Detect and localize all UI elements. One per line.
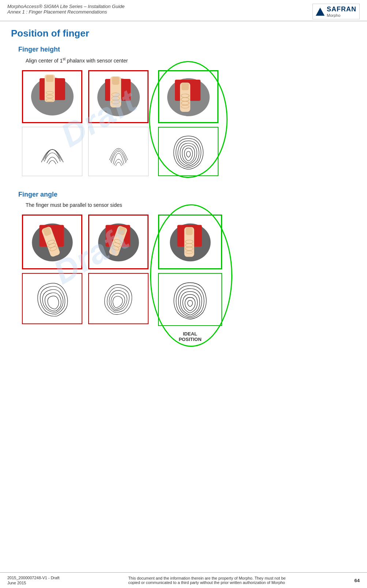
- ideal-label-line2: POSITION: [179, 337, 201, 342]
- angle-col3: IDEAL POSITION: [154, 215, 222, 342]
- annex-title: Annex 1 : Finger Placement Recommendatio…: [7, 9, 125, 15]
- col2: [88, 70, 149, 176]
- fp-angle-right-svg: [100, 280, 137, 317]
- header: MorphoAccess® SIGMA Lite Series – Instal…: [0, 0, 367, 21]
- finger-mid-box: [88, 70, 149, 123]
- section2-desc: The finger must be parallel to sensor si…: [26, 202, 356, 208]
- section1-desc-pre: Align center of 1: [26, 58, 63, 64]
- ideal-position-label: IDEAL POSITION: [158, 331, 222, 342]
- angle-left-svg: [29, 220, 76, 264]
- page-title: Position of finger: [11, 28, 356, 39]
- angle-right-svg: [95, 220, 142, 264]
- svg-rect-17: [181, 83, 189, 90]
- fingerprint-mid-result: [88, 127, 149, 176]
- angle-col2: [88, 215, 149, 324]
- header-left: MorphoAccess® SIGMA Lite Series – Instal…: [7, 4, 125, 15]
- angle-right-box: [88, 215, 149, 269]
- fingerprint-ideal-result: [158, 127, 218, 176]
- logo-text-group: SAFRAN Morpho: [327, 5, 356, 18]
- section1-desc: Align center of 1st phalanx with sensor …: [26, 57, 356, 64]
- footer-left: 2015_2000007248-V1 - Draft June 2015: [7, 576, 60, 585]
- finger-high-svg: [29, 75, 76, 118]
- angle-col3-wrapper: IDEAL POSITION: [154, 215, 222, 342]
- doc-title: MorphoAccess® SIGMA Lite Series – Instal…: [7, 4, 125, 9]
- fingerprint-angle-ideal: [158, 273, 222, 326]
- logo-safran: SAFRAN: [327, 5, 356, 13]
- footer: 2015_2000007248-V1 - Draft June 2015 Thi…: [0, 572, 367, 588]
- fingerprint-partial-svg: [34, 133, 71, 170]
- fp-angle-left-svg: [32, 278, 72, 319]
- section1-heading: Finger height: [18, 46, 356, 53]
- col3: [154, 70, 218, 176]
- finger-height-section: Draft: [22, 70, 356, 176]
- footer-date: June 2015: [7, 581, 60, 585]
- finger-ideal-box: [158, 70, 218, 123]
- finger-angle-section: Draft: [22, 215, 356, 342]
- fingerprint-high-result: [22, 127, 82, 176]
- finger-angle-grid: IDEAL POSITION: [22, 215, 356, 342]
- main-content: Position of finger Finger height Align c…: [0, 21, 367, 353]
- finger-high-box: [22, 70, 82, 123]
- section1-desc-sup: st: [63, 57, 65, 61]
- fingerprint-good-svg: [168, 131, 209, 171]
- section1-desc-post: phalanx with sensor center: [65, 58, 128, 64]
- fingerprint-angle-right: [88, 273, 149, 324]
- finger-ideal-svg: [165, 75, 212, 118]
- finger-mid-svg: [95, 75, 142, 118]
- finger-height-grid: [22, 70, 356, 176]
- svg-rect-3: [46, 75, 53, 82]
- svg-rect-10: [112, 77, 119, 85]
- footer-page-number: 64: [355, 578, 360, 583]
- logo-box: SAFRAN Morpho: [312, 4, 360, 19]
- fingerprint-medium-svg: [100, 133, 137, 170]
- section2-heading: Finger angle: [18, 191, 356, 198]
- angle-ideal-svg: [166, 220, 214, 264]
- logo-morpho: Morpho: [327, 13, 356, 18]
- angle-col1: [22, 215, 82, 324]
- col1: [22, 70, 82, 176]
- logo-triangle-icon: [316, 8, 325, 16]
- fingerprint-angle-left: [22, 273, 82, 324]
- footer-notice: This document and the information therei…: [128, 576, 285, 585]
- footer-doc-id: 2015_2000007248-V1 - Draft: [7, 576, 60, 580]
- ideal-label-line1: IDEAL: [183, 331, 197, 337]
- angle-ideal-box: [158, 215, 222, 269]
- angle-left-box: [22, 215, 82, 269]
- svg-rect-39: [186, 227, 192, 235]
- logo: SAFRAN Morpho: [312, 4, 360, 19]
- fp-angle-ideal-svg: [169, 278, 211, 320]
- col3-wrapper: [154, 70, 218, 176]
